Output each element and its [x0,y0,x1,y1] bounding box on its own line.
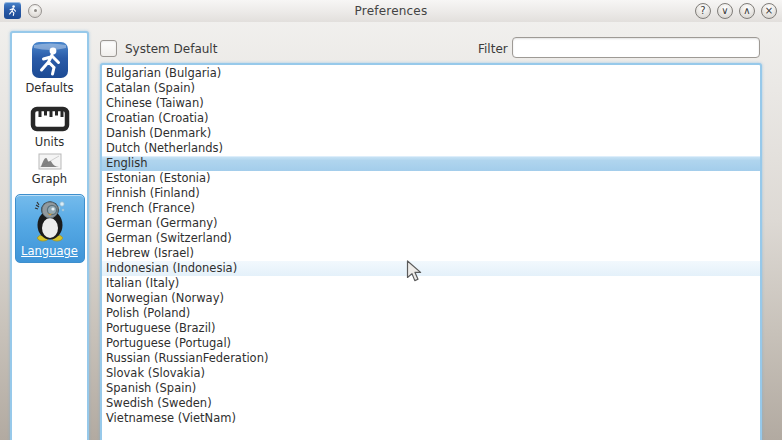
system-default-checkbox[interactable] [100,40,117,57]
window-title: Preferences [0,4,782,18]
filter-label: Filter [478,42,508,56]
titlebar-left [4,2,42,19]
language-list-item[interactable]: Indonesian (Indonesia) [102,261,760,276]
minimize-button[interactable]: ∨ [717,3,733,19]
sidebar-item-defaults[interactable]: Defaults [15,41,85,95]
preferences-window: Preferences ?∨∧× DefaultsUnitsGraphLangu… [0,0,782,440]
graph-icon [38,153,62,170]
language-list-item[interactable]: Danish (Denmark) [102,126,760,141]
sidebar-item-label: Graph [32,172,67,186]
app-diver-icon[interactable] [4,2,21,19]
titlebar-buttons: ?∨∧× [695,3,777,19]
language-list-item[interactable]: German (Germany) [102,216,760,231]
language-list-item[interactable]: Swedish (Sweden) [102,396,760,411]
language-list-item[interactable]: Russian (RussianFederation) [102,351,760,366]
language-list-item[interactable]: Norwegian (Norway) [102,291,760,306]
language-list-item[interactable]: Italian (Italy) [102,276,760,291]
language-list-item[interactable]: Finnish (Finland) [102,186,760,201]
language-list-item[interactable]: Dutch (Netherlands) [102,141,760,156]
titlebar: Preferences ?∨∧× [0,0,782,22]
language-list-item[interactable]: Bulgarian (Bulgaria) [102,66,760,81]
language-list-item[interactable]: Spanish (Spain) [102,381,760,396]
sidebar-item-graph[interactable]: Graph [15,153,85,186]
window-menu-button[interactable] [28,4,42,18]
language-list-item[interactable]: Hebrew (Israel) [102,246,760,261]
maximize-button[interactable]: ∧ [739,3,755,19]
language-list-item[interactable]: Polish (Poland) [102,306,760,321]
sidebar-item-language[interactable]: Language [15,194,85,263]
language-list-item[interactable]: Vietnamese (VietNam) [102,411,760,426]
sidebar-item-label: Units [35,135,64,149]
language-list-item[interactable]: Catalan (Spain) [102,81,760,96]
dot-icon [34,9,37,12]
diver-icon [31,41,69,79]
language-list-item[interactable]: English [102,156,760,171]
sidebar-item-label: Language [21,244,78,258]
language-list-item[interactable]: Chinese (Taiwan) [102,96,760,111]
sidebar-item-label: Defaults [25,81,73,95]
language-list-item[interactable]: French (France) [102,201,760,216]
filter-input[interactable] [512,37,760,58]
diver-glyph [6,4,19,17]
language-list: Bulgarian (Bulgaria)Catalan (Spain)Chine… [100,63,762,440]
language-list-item[interactable]: German (Switzerland) [102,231,760,246]
sidebar-item-units[interactable]: Units [15,105,85,149]
help-button[interactable]: ? [695,3,711,19]
system-default-label: System Default [125,42,217,56]
close-button[interactable]: × [761,3,777,19]
language-list-item[interactable]: Portuguese (Portugal) [102,336,760,351]
language-list-item[interactable]: Estonian (Estonia) [102,171,760,186]
language-list-item[interactable]: Slovak (Slovakia) [102,366,760,381]
penguin-icon [29,198,71,242]
language-list-item[interactable]: Croatian (Croatia) [102,111,760,126]
sidebar: DefaultsUnitsGraphLanguage [10,31,89,440]
language-list-item[interactable]: Portuguese (Brazil) [102,321,760,336]
ruler-icon [30,105,70,133]
